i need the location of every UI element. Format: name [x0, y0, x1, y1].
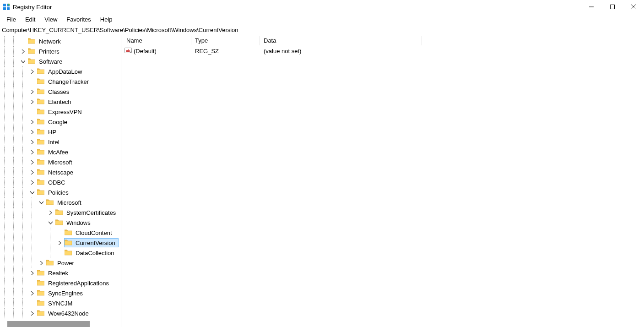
- chevron-down-icon[interactable]: [46, 218, 55, 228]
- expander-placeholder: [27, 278, 37, 288]
- close-button[interactable]: [623, 0, 644, 14]
- tree-item[interactable]: Netscape: [0, 167, 121, 177]
- menu-view[interactable]: View: [40, 15, 62, 24]
- folder-icon: [37, 169, 46, 176]
- chevron-right-icon[interactable]: [27, 167, 37, 177]
- tree-scroll[interactable]: NetworkPrintersSoftwareAppDataLowChangeT…: [0, 35, 121, 327]
- tree-item[interactable]: SystemCertificates: [0, 207, 121, 218]
- menu-help[interactable]: Help: [96, 15, 117, 24]
- tree-item[interactable]: Realtek: [0, 268, 121, 278]
- tree-label: Wow6432Node: [46, 309, 91, 318]
- tree-item[interactable]: ExpressVPN: [0, 107, 121, 117]
- horizontal-scrollbar[interactable]: [7, 321, 90, 327]
- regedit-icon: [3, 3, 10, 11]
- chevron-right-icon[interactable]: [27, 127, 37, 137]
- expander-placeholder: [27, 107, 37, 117]
- minimize-button[interactable]: [581, 0, 602, 14]
- tree-item[interactable]: DataCollection: [0, 248, 121, 258]
- tree-item[interactable]: Power: [0, 258, 121, 268]
- tree-label: Policies: [46, 188, 70, 197]
- chevron-right-icon[interactable]: [27, 308, 37, 318]
- tree-item[interactable]: McAfee: [0, 147, 121, 157]
- tree-label: CurrentVersion: [74, 239, 117, 247]
- svg-point-4: [8, 4, 10, 5]
- address-bar[interactable]: [2, 27, 642, 33]
- tree-label: Realtek: [46, 269, 70, 278]
- title-bar: Registry Editor: [0, 0, 644, 14]
- svg-rect-3: [7, 7, 10, 10]
- tree-item[interactable]: Windows: [0, 218, 121, 228]
- tree-label: DataCollection: [74, 249, 116, 257]
- menu-file[interactable]: File: [2, 15, 21, 24]
- tree-item[interactable]: Policies: [0, 187, 121, 197]
- menu-favorites[interactable]: Favorites: [62, 15, 95, 24]
- tree-label: ExpressVPN: [46, 108, 84, 116]
- chevron-right-icon[interactable]: [27, 268, 37, 278]
- folder-icon: [37, 310, 46, 317]
- folder-icon: [55, 209, 65, 217]
- chevron-right-icon[interactable]: [37, 258, 46, 268]
- chevron-down-icon[interactable]: [37, 197, 46, 207]
- chevron-right-icon[interactable]: [27, 147, 37, 157]
- folder-icon: [37, 148, 46, 156]
- chevron-right-icon[interactable]: [27, 288, 37, 298]
- folder-icon: [37, 108, 46, 116]
- column-header-data[interactable]: Data: [260, 36, 422, 45]
- tree-item[interactable]: Intel: [0, 137, 121, 147]
- tree-item[interactable]: ODBC: [0, 177, 121, 187]
- folder-icon: [37, 88, 46, 96]
- chevron-right-icon[interactable]: [18, 46, 27, 56]
- tree-item[interactable]: Software: [0, 56, 121, 66]
- folder-icon: [37, 300, 46, 307]
- tree-label: SYNCJM: [46, 299, 74, 308]
- tree-label: Power: [55, 259, 76, 267]
- chevron-right-icon[interactable]: [27, 137, 37, 147]
- values-list[interactable]: ab(Default)REG_SZ(value not set): [123, 46, 644, 327]
- folder-icon: [37, 279, 46, 287]
- tree-item[interactable]: CurrentVersion: [0, 238, 121, 248]
- tree-item[interactable]: Google: [0, 117, 121, 127]
- tree-item[interactable]: Elantech: [0, 97, 121, 107]
- tree-item[interactable]: HP: [0, 127, 121, 137]
- column-header-type[interactable]: Type: [191, 36, 260, 45]
- folder-icon: [46, 199, 55, 207]
- tree-item[interactable]: Network: [0, 36, 121, 46]
- folder-icon: [37, 68, 46, 76]
- chevron-right-icon[interactable]: [27, 97, 37, 107]
- tree-item[interactable]: SyncEngines: [0, 288, 121, 298]
- folder-icon: [37, 269, 46, 277]
- folder-icon: [46, 259, 55, 267]
- tree-item[interactable]: Wow6432Node: [0, 308, 121, 318]
- tree-label: McAfee: [46, 148, 70, 157]
- tree-item[interactable]: Classes: [0, 87, 121, 97]
- chevron-right-icon[interactable]: [55, 238, 64, 248]
- tree-item[interactable]: Microsoft: [0, 157, 121, 167]
- tree-label: ODBC: [46, 178, 67, 187]
- tree-item[interactable]: SYNCJM: [0, 298, 121, 308]
- tree-item[interactable]: AppDataLow: [0, 66, 121, 76]
- expander-placeholder: [27, 298, 37, 308]
- tree-item[interactable]: Printers: [0, 46, 121, 56]
- tree-item[interactable]: CloudContent: [0, 228, 121, 238]
- maximize-button[interactable]: [602, 0, 623, 14]
- folder-icon: [37, 78, 46, 86]
- tree-item[interactable]: RegisteredApplications: [0, 278, 121, 288]
- tree-item[interactable]: ChangeTracker: [0, 76, 121, 87]
- tree-label: Network: [37, 37, 63, 46]
- address-bar-container: [0, 25, 644, 35]
- tree-item[interactable]: Microsoft: [0, 197, 121, 207]
- column-header-name[interactable]: Name: [123, 36, 191, 45]
- chevron-down-icon[interactable]: [27, 187, 37, 197]
- menu-edit[interactable]: Edit: [21, 15, 40, 24]
- chevron-down-icon[interactable]: [18, 56, 27, 66]
- chevron-right-icon[interactable]: [27, 66, 37, 76]
- value-row[interactable]: ab(Default)REG_SZ(value not set): [123, 46, 644, 55]
- chevron-right-icon[interactable]: [27, 177, 37, 187]
- chevron-right-icon[interactable]: [46, 207, 55, 218]
- chevron-right-icon[interactable]: [27, 117, 37, 127]
- tree-label: Intel: [46, 138, 61, 147]
- tree-label: Microsoft: [55, 198, 83, 207]
- chevron-right-icon[interactable]: [27, 87, 37, 97]
- chevron-right-icon[interactable]: [27, 157, 37, 167]
- folder-icon: [37, 179, 46, 186]
